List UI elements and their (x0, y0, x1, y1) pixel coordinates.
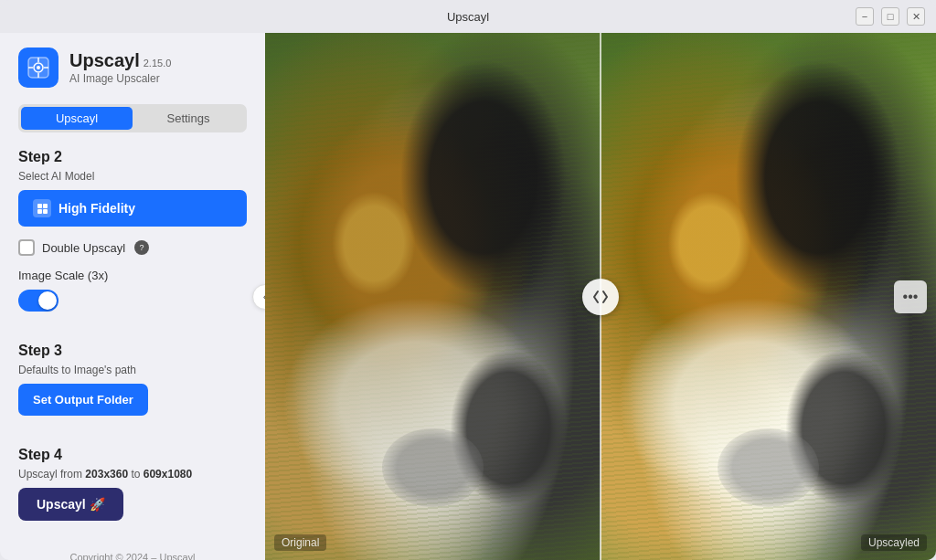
window-controls: − □ ✕ (856, 7, 925, 26)
scale-toggle[interactable] (18, 290, 58, 312)
model-btn-label: High Fidelity (58, 201, 135, 216)
gp-highlight-up (667, 191, 751, 296)
more-options-button[interactable]: ••• (894, 280, 927, 313)
double-upscayl-checkbox[interactable] (18, 239, 35, 256)
bowl (382, 428, 483, 508)
dimension-prefix: Upscayl from (18, 468, 85, 481)
sidebar-collapse-button[interactable]: ‹ (252, 284, 265, 310)
step3-label: Step 3 (18, 343, 247, 359)
copyright-area: Copyright © 2024 – Upscayl By The Upscay… (18, 535, 247, 560)
maximize-button[interactable]: □ (881, 7, 899, 26)
step3-sublabel: Defaults to Image's path (18, 364, 247, 376)
dimension-to: 609x1080 (144, 468, 192, 481)
scale-label: Image Scale (3x) (18, 269, 247, 282)
copyright-line1: Copyright © 2024 – Upscayl (18, 550, 247, 560)
tab-upscayl[interactable]: Upscayl (21, 107, 133, 130)
gp-highlight (332, 191, 416, 296)
app-version: 2.15.0 (144, 58, 172, 69)
toggle-thumb (38, 291, 57, 310)
gp-head-black (399, 59, 568, 297)
logo-area: Upscayl 2.15.0 AI Image Upscaler (18, 48, 247, 88)
app-subtitle: AI Image Upscaler (69, 72, 171, 85)
step3-section: Step 3 Defaults to Image's path Set Outp… (18, 343, 247, 432)
svg-rect-8 (43, 204, 48, 208)
svg-rect-10 (43, 209, 48, 214)
logo-svg (26, 55, 51, 80)
dimension-text: Upscayl from 203x360 to 609x1080 (18, 468, 247, 481)
original-panel: Original (265, 33, 601, 560)
model-btn-icon (33, 199, 51, 217)
image-compare[interactable]: Original Upscayled (265, 33, 936, 560)
app-body: Upscayl 2.15.0 AI Image Upscaler Upscayl… (0, 33, 936, 560)
output-folder-button[interactable]: Set Output Folder (18, 384, 148, 416)
tab-bar: Upscayl Settings (18, 104, 247, 132)
double-upscayl-label: Double Upscayl (42, 241, 125, 255)
app-logo-icon (18, 48, 58, 88)
dimension-from: 203x360 (85, 468, 128, 481)
minimize-button[interactable]: − (856, 7, 874, 26)
original-image (265, 33, 601, 560)
compare-handle-icon (590, 287, 611, 307)
step2-section: Step 2 Select AI Model High Fidelity Dou… (18, 149, 247, 328)
gp-head-black-up (735, 59, 903, 297)
double-upscayl-row: Double Upscayl ? (18, 239, 247, 256)
app-name: Upscayl 2.15.0 (69, 50, 171, 71)
close-button[interactable]: ✕ (907, 7, 925, 26)
svg-rect-7 (37, 204, 42, 208)
scale-slider-container (18, 290, 247, 312)
tab-settings[interactable]: Settings (133, 107, 244, 130)
model-icon-svg (37, 203, 48, 215)
upscayl-button[interactable]: Upscayl 🚀 (18, 488, 123, 521)
step2-sublabel: Select AI Model (18, 170, 247, 183)
step4-label: Step 4 (18, 447, 247, 463)
original-label: Original (274, 534, 326, 551)
window-title: Upscayl (447, 10, 489, 24)
model-select-button[interactable]: High Fidelity (18, 190, 247, 227)
upscayled-image (601, 33, 936, 560)
bowl-up (718, 428, 818, 508)
upscayled-label: Upscayled (861, 534, 927, 551)
step2-label: Step 2 (18, 149, 247, 165)
step4-section: Step 4 Upscayl from 203x360 to 609x1080 … (18, 447, 247, 521)
compare-handle[interactable] (582, 279, 619, 315)
sidebar: Upscayl 2.15.0 AI Image Upscaler Upscayl… (0, 33, 265, 560)
logo-text: Upscayl 2.15.0 AI Image Upscaler (69, 50, 171, 85)
main-content: Original Upscayled (265, 33, 936, 560)
upscayled-panel: Upscayled (601, 33, 936, 560)
svg-rect-9 (37, 209, 42, 214)
double-upscayl-badge: ? (134, 240, 149, 255)
svg-point-2 (37, 66, 40, 69)
title-bar: Upscayl − □ ✕ (0, 0, 936, 33)
